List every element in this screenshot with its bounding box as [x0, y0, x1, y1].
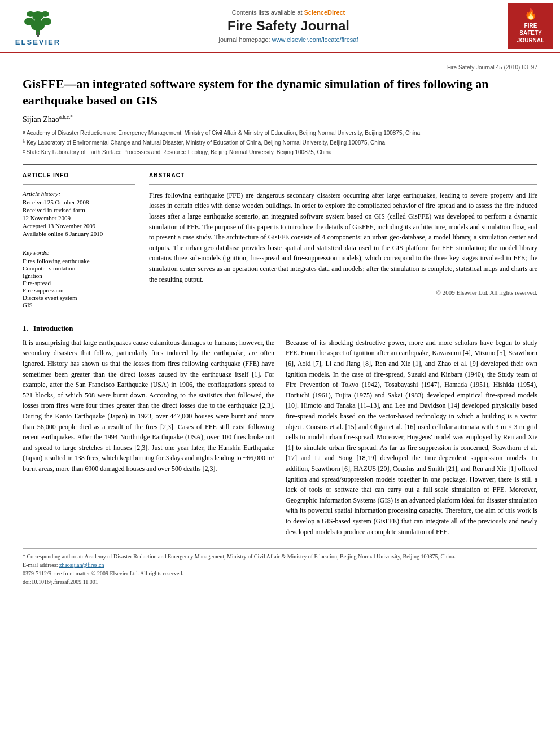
info-abstract-section: ARTICLE INFO Article history: Received 2… — [23, 172, 537, 314]
affiliations: a Academy of Disaster Reduction and Emer… — [23, 129, 537, 156]
svg-point-4 — [32, 11, 43, 20]
keyword-2: Computer simulation — [23, 265, 135, 272]
keywords-label: Keywords: — [23, 249, 135, 256]
keywords-section: Keywords: Fires following earthquake Com… — [23, 249, 135, 308]
article-info-label: ARTICLE INFO — [23, 172, 135, 178]
contents-available-line: Contents lists available at ScienceDirec… — [69, 9, 508, 16]
fire-icon: 🔥 — [524, 8, 537, 21]
keywords-divider — [23, 243, 135, 243]
homepage-line: journal homepage: www.elsevier.com/locat… — [69, 36, 508, 43]
info-divider — [23, 184, 135, 185]
keyword-1: Fires following earthquake — [23, 257, 135, 264]
svg-point-7 — [37, 32, 39, 34]
article-title: GisFFE—an integrated software system for… — [23, 76, 537, 108]
intro-right-col: Because of its shocking destructive powe… — [286, 338, 537, 537]
introduction-heading: 1. Introduction — [23, 324, 537, 333]
footnote-section: * Corresponding author at: Academy of Di… — [23, 548, 537, 586]
received-revised-label: Received in revised form — [23, 207, 135, 213]
revised-date: 12 November 2009 — [23, 215, 135, 221]
intro-left-col: It is unsurprising that large earthquake… — [23, 338, 274, 537]
keyword-7: GIS — [23, 302, 135, 308]
footnote-doi: doi:10.1016/j.firesaf.2009.11.001 — [23, 578, 537, 586]
intro-left-text: It is unsurprising that large earthquake… — [23, 338, 274, 474]
main-content: Fire Safety Journal 45 (2010) 83–97 GisF… — [0, 53, 560, 597]
introduction-section: 1. Introduction It is unsurprising that … — [23, 324, 537, 537]
keyword-5: Fire suppression — [23, 287, 135, 294]
footnote-email: E-mail address: zhaosijian@fires.cn — [23, 561, 537, 569]
science-direct-link[interactable]: ScienceDirect — [304, 9, 345, 16]
svg-point-5 — [27, 11, 34, 17]
abstract-label: ABSTRACT — [149, 172, 537, 178]
introduction-body: It is unsurprising that large earthquake… — [23, 338, 537, 537]
author-name: Sijian Zhao — [23, 115, 59, 124]
accepted-date: Accepted 13 November 2009 — [23, 222, 135, 229]
journal-ref: Fire Safety Journal 45 (2010) 83–97 — [23, 64, 537, 71]
svg-point-6 — [41, 11, 49, 17]
authors-line: Sijian Zhaoa,b,c,* — [23, 114, 537, 124]
fire-safety-journal-badge: 🔥 FIRE SAFETY JOURNAL — [508, 3, 553, 49]
svg-rect-8 — [37, 34, 39, 37]
svg-point-3 — [41, 18, 51, 25]
received-date: Received 25 October 2008 — [23, 199, 135, 206]
keyword-3: Ignition — [23, 272, 135, 279]
affiliation-a: a Academy of Disaster Reduction and Emer… — [23, 129, 537, 137]
history-label: Article history: — [23, 190, 135, 197]
journal-title: Fire Safety Journal — [69, 18, 508, 34]
author-superscript: a,b,c,* — [59, 114, 73, 120]
article-history: Article history: Received 25 October 200… — [23, 190, 135, 237]
elsevier-logo: ELSEVIER — [7, 6, 69, 46]
article-info-col: ARTICLE INFO Article history: Received 2… — [23, 172, 135, 314]
main-divider — [23, 164, 537, 165]
elsevier-tree-icon — [18, 6, 58, 37]
footnote-issn: 0379-7112/$- see front matter © 2009 Els… — [23, 569, 537, 578]
svg-point-2 — [24, 18, 34, 25]
elsevier-brand: ELSEVIER — [15, 38, 60, 46]
page-header: ELSEVIER Contents lists available at Sci… — [0, 0, 560, 53]
email-link[interactable]: zhaosijian@fires.cn — [59, 562, 104, 568]
available-online: Available online 6 January 2010 — [23, 230, 135, 237]
intro-right-text: Because of its shocking destructive powe… — [286, 338, 537, 537]
keyword-6: Discrete event system — [23, 294, 135, 301]
keyword-4: Fire-spread — [23, 279, 135, 286]
abstract-text: Fires following earthquake (FFE) are dan… — [149, 190, 537, 285]
abstract-divider — [149, 184, 537, 185]
abstract-copyright: © 2009 Elsevier Ltd. All rights reserved… — [149, 289, 537, 296]
abstract-col: ABSTRACT Fires following earthquake (FFE… — [149, 172, 537, 314]
affiliation-c: c State Key Laboratory of Earth Surface … — [23, 148, 537, 156]
footnote-corresponding: * Corresponding author at: Academy of Di… — [23, 552, 537, 561]
journal-header-center: Contents lists available at ScienceDirec… — [69, 9, 508, 43]
affiliation-b: b Key Laboratory of Environmental Change… — [23, 138, 537, 147]
homepage-url[interactable]: www.elsevier.com/locate/firesaf — [272, 36, 358, 43]
